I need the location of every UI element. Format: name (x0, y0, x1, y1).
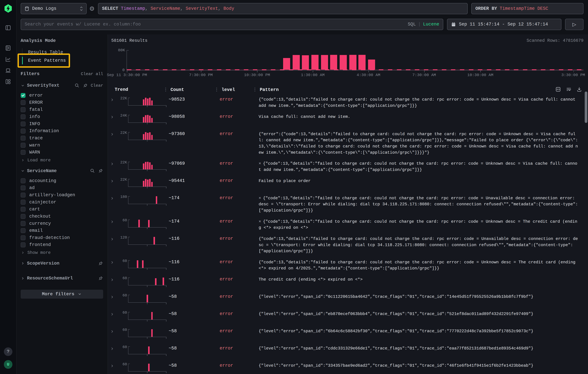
filter-option-error[interactable]: error (21, 92, 103, 99)
dismiss-pattern-icon[interactable]: × (259, 161, 261, 166)
table-row[interactable]: 60~58error{"level":"error","span_id":"33… (108, 359, 588, 374)
tab-results-table[interactable]: Results Table (22, 48, 103, 57)
drag-handle-icon[interactable]: ⋮ (253, 87, 257, 92)
table-row[interactable]: 22K~98523error{"code":13,"details":"fail… (108, 93, 588, 110)
checkbox-severity-warn[interactable] (21, 150, 25, 155)
filter-option-info[interactable]: INFO (21, 120, 103, 127)
row-pattern[interactable]: {"level":"error","span_id":"eb870ecef063… (258, 311, 585, 317)
more-filters-button[interactable]: More filters (21, 290, 103, 299)
checkbox-service-email[interactable] (21, 228, 25, 233)
filter-option-information[interactable]: Information (21, 127, 103, 135)
row-expand-chevron-icon[interactable] (110, 115, 117, 119)
checkbox-severity-fatal[interactable] (21, 107, 25, 112)
clear-all-button[interactable]: Clear all (81, 72, 103, 76)
row-pattern[interactable]: {"code":13,"details":"failed to charge c… (258, 235, 585, 254)
load-more-link[interactable]: Load more (21, 158, 103, 163)
row-pattern[interactable]: {"code":13,"details":"failed to charge c… (258, 259, 585, 272)
checkbox-service-fraud-detection[interactable] (21, 235, 25, 240)
user-avatar[interactable]: U (4, 360, 12, 369)
filter-group-header[interactable]: SeverityText Clear (21, 82, 103, 89)
histogram-bar[interactable] (311, 55, 319, 70)
row-expand-chevron-icon[interactable] (110, 364, 117, 368)
filter-option-artillery-loadgen[interactable]: artillery-loadgen (21, 192, 103, 199)
checkbox-service-currency[interactable] (21, 221, 25, 226)
dashboard-grid-icon[interactable] (4, 77, 12, 86)
filter-option-cart[interactable]: cart (21, 206, 103, 213)
scrollbar-thumb[interactable] (585, 91, 587, 123)
filter-option-checkout[interactable]: checkout (21, 213, 103, 220)
filter-option-trace[interactable]: trace (21, 135, 103, 142)
column-header-count[interactable]: ⋮Count (169, 87, 220, 92)
pin-icon[interactable] (98, 276, 103, 281)
row-pattern[interactable]: {"level":"error","span_id":"cddc331329e6… (258, 345, 585, 352)
table-row[interactable]: 60~58error{"level":"error","span_id":"eb… (108, 307, 588, 325)
filter-option-email[interactable]: email (21, 227, 103, 234)
histogram-bar[interactable] (321, 55, 328, 70)
row-pattern[interactable]: {"error":{"code":13,"details":"failed to… (258, 131, 585, 156)
histogram-bar[interactable] (283, 58, 290, 70)
row-expand-chevron-icon[interactable] (110, 261, 117, 264)
table-row[interactable]: 60~116error{"code":13,"details":"failed … (108, 256, 588, 273)
histogram-bar[interactable] (368, 60, 375, 70)
checkbox-severity-info[interactable] (21, 114, 25, 119)
mode-lucene[interactable]: Lucene (423, 22, 439, 27)
drag-handle-icon[interactable]: ⋮ (214, 87, 219, 92)
filter-option-cainjector[interactable]: cainjector (21, 199, 103, 206)
row-expand-chevron-icon[interactable] (110, 237, 117, 241)
histogram-bar[interactable] (293, 55, 300, 70)
table-row[interactable]: 60~174error×{"code":13,"details":"failed… (108, 215, 588, 232)
column-header-pattern[interactable]: ⋮Pattern (258, 87, 585, 92)
tab-event-patterns[interactable]: Event Patterns (22, 57, 103, 65)
histogram-bar[interactable] (330, 55, 337, 70)
checkbox-severity-error[interactable] (21, 100, 25, 105)
table-row[interactable]: 180~174error×{"code":13,"details":"faile… (108, 192, 588, 215)
checkbox-service-checkout[interactable] (21, 214, 25, 219)
row-pattern[interactable]: ×{"code":13,"details":"failed to charge … (258, 195, 585, 214)
filter-option-fraud-detection[interactable]: fraud-detection (21, 234, 103, 242)
row-expand-chevron-icon[interactable] (110, 220, 117, 224)
column-header-level[interactable]: ⋮level (220, 87, 258, 92)
row-expand-chevron-icon[interactable] (110, 162, 117, 166)
filter-option-fatal[interactable]: fatal (21, 106, 103, 113)
table-row[interactable]: 60~116errorThe credit card (ending <*> e… (108, 273, 588, 290)
table-row[interactable]: 22K~97360error{"error":{"code":13,"detai… (108, 128, 588, 157)
row-expand-chevron-icon[interactable] (110, 295, 117, 299)
checkbox-severity-error[interactable] (21, 93, 25, 98)
checkbox-service-artillery-loadgen[interactable] (21, 193, 25, 197)
checkbox-severity-info[interactable] (21, 121, 25, 126)
table-row[interactable]: 60~58error{"level":"error","span_id":"6b… (108, 325, 588, 342)
date-range-picker[interactable]: Sep 11 15:47:14 - Sep 12 15:47:14 (447, 19, 561, 30)
select-query-input[interactable]: SELECT Timestamp, ServiceName, SeverityT… (98, 3, 468, 14)
row-pattern[interactable]: ×{"code":13,"details":"failed to charge … (258, 160, 585, 173)
filter-option-frontend[interactable]: frontend (21, 241, 103, 248)
drag-handle-icon[interactable]: ⋮ (163, 87, 168, 92)
checkbox-service-frontend[interactable] (21, 243, 25, 247)
filter-option-ad[interactable]: ad (21, 184, 103, 192)
checkbox-service-accounting[interactable] (21, 178, 25, 183)
checkbox-service-cart[interactable] (21, 207, 25, 212)
filter-option-warn[interactable]: WARN (21, 149, 103, 156)
row-pattern[interactable]: ×{"code":13,"details":"failed to charge … (258, 218, 585, 231)
filter-group-header[interactable]: ServiceName (21, 167, 103, 175)
column-header-trend[interactable]: Trend (115, 87, 169, 92)
source-select[interactable]: Demo Logs (21, 3, 87, 14)
row-pattern[interactable]: {"level":"error","span_id":"6b64c6c58842… (258, 328, 585, 334)
pin-icon[interactable] (83, 83, 88, 88)
help-button[interactable]: ? (4, 347, 12, 356)
filter-option-currency[interactable]: currency (21, 220, 103, 227)
filter-option-error[interactable]: ERROR (21, 99, 103, 106)
table-row[interactable]: 22K~95441errorFailed to place order (108, 174, 588, 192)
row-pattern[interactable]: Visa cache full: cannot add new item. (258, 113, 585, 120)
histogram-bar[interactable] (340, 55, 347, 70)
show-more-link[interactable]: Show more (21, 250, 103, 255)
app-logo-bolt-icon[interactable] (4, 4, 12, 13)
row-pattern[interactable]: Failed to place order (258, 178, 585, 184)
row-pattern[interactable]: {"code":13,"details":"failed to charge c… (258, 96, 585, 109)
order-by-input[interactable]: ORDER BY TimestampTime DESC (471, 3, 583, 14)
gear-icon[interactable]: ⚙ (89, 5, 94, 12)
table-row[interactable]: 60~58error{"level":"error","span_id":"0c… (108, 290, 588, 307)
chart-icon[interactable] (4, 55, 12, 64)
row-expand-chevron-icon[interactable] (110, 98, 117, 102)
row-expand-chevron-icon[interactable] (110, 313, 117, 316)
filter-group-header[interactable]: ResourceSchemaUrl (21, 275, 103, 282)
